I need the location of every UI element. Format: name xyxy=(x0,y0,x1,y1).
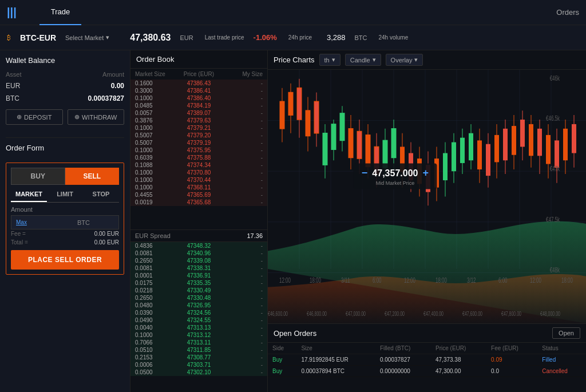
ob-sell-row[interactable]: 0.300047386.41- xyxy=(130,87,267,94)
fee-label: Fee = xyxy=(11,231,26,237)
col-price: Price (EUR) xyxy=(431,343,486,354)
table-row[interactable]: Buy 17.91992845 EUR 0.00037827 47,373.38… xyxy=(268,354,586,366)
ob-buy-row[interactable]: 0.000647303.71- xyxy=(130,361,267,369)
ob-mysize: - xyxy=(220,102,263,109)
ob-size: 0.3876 xyxy=(135,117,177,124)
plus-icon[interactable]: + xyxy=(422,167,429,179)
svg-rect-30 xyxy=(349,129,353,158)
svg-rect-14 xyxy=(280,101,284,128)
ob-sell-row[interactable]: 0.108847374.34- xyxy=(130,161,267,169)
ob-buy-row[interactable]: 0.100047313.12- xyxy=(130,331,267,339)
max-link[interactable]: Max xyxy=(16,219,27,225)
deposit-icon: ⊕ xyxy=(17,113,22,121)
col-status: Status xyxy=(537,343,586,354)
nav-trade[interactable]: Trade xyxy=(39,0,81,25)
ob-buy-row[interactable]: 0.051047311.85- xyxy=(130,346,267,354)
order-size: 17.91992845 EUR xyxy=(296,354,375,366)
ob-size: 0.0490 xyxy=(135,317,177,323)
ob-buy-row[interactable]: 0.000147336.91- xyxy=(130,272,267,279)
ob-size: 0.1000 xyxy=(135,184,177,191)
open-orders-button[interactable]: Open xyxy=(552,327,580,339)
ob-size: 0.0081 xyxy=(135,265,177,271)
svg-text:€48k: €48k xyxy=(550,266,560,274)
withdraw-button[interactable]: ⊕ WITHDRAW xyxy=(68,109,125,125)
svg-rect-54 xyxy=(452,142,456,172)
ob-buy-row[interactable]: 0.004047313.13- xyxy=(130,324,267,331)
ob-price: 47368.11 xyxy=(177,184,220,191)
ob-sell-row[interactable]: 0.603947375.88- xyxy=(130,154,267,161)
ob-size: 0.0480 xyxy=(135,302,177,308)
ob-buy-row[interactable]: 0.039047324.56- xyxy=(130,309,267,316)
ob-buy-row[interactable]: 0.048047326.95- xyxy=(130,302,267,309)
open-orders-title: Open Orders xyxy=(274,329,316,338)
ob-sell-row[interactable]: 0.005747389.07- xyxy=(130,109,267,117)
ob-buy-row[interactable]: 0.483647348.32- xyxy=(130,242,267,250)
nav-orders[interactable]: Orders xyxy=(556,8,579,17)
chart-control-overlay[interactable]: Overlay ▾ xyxy=(386,54,423,66)
ob-sell-row[interactable]: 0.500747379.19- xyxy=(130,139,267,146)
ob-size: 0.0485 xyxy=(135,102,177,109)
ob-buy-row[interactable]: 0.706647313.11- xyxy=(130,339,267,346)
buy-button[interactable]: BUY xyxy=(11,168,65,185)
ob-size: 0.5007 xyxy=(135,140,177,146)
chart-control-candle[interactable]: Candle ▾ xyxy=(345,54,381,66)
place-order-button[interactable]: PLACE SELL ORDER xyxy=(11,250,119,270)
order-form-border: BUY SELL MARKET LIMIT STOP Amount Max 0.… xyxy=(6,163,124,275)
chart-control-th[interactable]: th ▾ xyxy=(319,54,340,66)
tab-limit[interactable]: LIMIT xyxy=(47,187,83,202)
ob-sell-row[interactable]: 0.160047386.43- xyxy=(130,80,267,87)
ob-buy-row[interactable]: 0.008147338.31- xyxy=(130,264,267,272)
ob-sell-row[interactable]: 0.048547384.19- xyxy=(130,102,267,109)
ob-mysize: - xyxy=(220,155,263,161)
ob-sell-row[interactable]: 0.500747379.20- xyxy=(130,132,267,139)
order-type-tabs: MARKET LIMIT STOP xyxy=(11,187,119,203)
ob-buy-row[interactable]: 0.265047330.48- xyxy=(130,294,267,302)
ob-sell-row[interactable]: 0.001947365.68- xyxy=(130,199,267,206)
ob-size: 0.0390 xyxy=(135,310,177,316)
minus-icon[interactable]: − xyxy=(362,167,368,179)
svg-text:€47.5k: €47.5k xyxy=(546,215,560,223)
amount-input[interactable]: 0.00 xyxy=(31,218,77,227)
svg-text:€47k: €47k xyxy=(550,164,560,172)
select-market[interactable]: Select Market ▾ xyxy=(65,34,109,41)
ob-buy-row[interactable]: 0.215347308.77- xyxy=(130,354,267,361)
ob-buy-row[interactable]: 0.050047302.10- xyxy=(130,369,267,376)
ob-sell-row[interactable]: 0.387647379.63- xyxy=(130,117,267,124)
ob-buy-row[interactable]: 0.008147340.96- xyxy=(130,250,267,257)
svg-text:12:00: 12:00 xyxy=(530,276,541,284)
ob-price: 47330.49 xyxy=(177,287,220,294)
svg-rect-78 xyxy=(555,140,559,167)
order-form-section: Order Form BUY SELL MARKET LIMIT STOP Am… xyxy=(6,144,124,275)
fee-row: Fee = 0.00 EUR xyxy=(11,229,119,238)
ob-sell-row[interactable]: 0.445547365.69- xyxy=(130,191,267,199)
ob-size: 0.0081 xyxy=(135,250,177,256)
ob-buy-row[interactable]: 0.021847330.49- xyxy=(130,287,267,294)
price-currency: EUR xyxy=(180,34,193,41)
ob-sell-row[interactable]: 0.100047375.95- xyxy=(130,146,267,154)
ob-buy-row[interactable]: 0.049047324.55- xyxy=(130,316,267,324)
ob-buy-row[interactable]: 0.017547335.35- xyxy=(130,279,267,287)
sell-button[interactable]: SELL xyxy=(65,168,120,185)
ob-sell-row[interactable]: 0.100047386.40- xyxy=(130,94,267,102)
tab-stop[interactable]: STOP xyxy=(83,187,119,202)
ob-price: 47348.32 xyxy=(177,243,220,249)
ob-sell-row[interactable]: 0.100047368.11- xyxy=(130,184,267,191)
order-filled: 0.00000000 xyxy=(375,366,431,377)
col-amount: Amount xyxy=(42,69,124,80)
ob-size: 0.5007 xyxy=(135,132,177,138)
amount-label: Amount xyxy=(11,206,119,213)
ob-sell-row[interactable]: 0.100047379.21- xyxy=(130,124,267,132)
ob-size: 0.1000 xyxy=(135,125,177,131)
volume-label: 24h volume xyxy=(379,34,409,41)
ob-size: 0.4836 xyxy=(135,243,177,249)
svg-rect-60 xyxy=(477,140,482,169)
ob-sell-row[interactable]: 0.100047370.80- xyxy=(130,169,267,176)
ob-price: 47379.20 xyxy=(177,132,220,138)
ob-sell-row[interactable]: 0.100047370.44- xyxy=(130,176,267,184)
svg-text:3/11: 3/11 xyxy=(341,276,350,284)
deposit-button[interactable]: ⊕ DEPOSIT xyxy=(6,109,63,125)
svg-rect-72 xyxy=(529,124,533,156)
ob-buy-row[interactable]: 0.265047339.08- xyxy=(130,257,267,264)
table-row[interactable]: Buy 0.00037894 BTC 0.00000000 47,300.00 … xyxy=(268,366,586,377)
tab-market[interactable]: MARKET xyxy=(11,187,47,202)
